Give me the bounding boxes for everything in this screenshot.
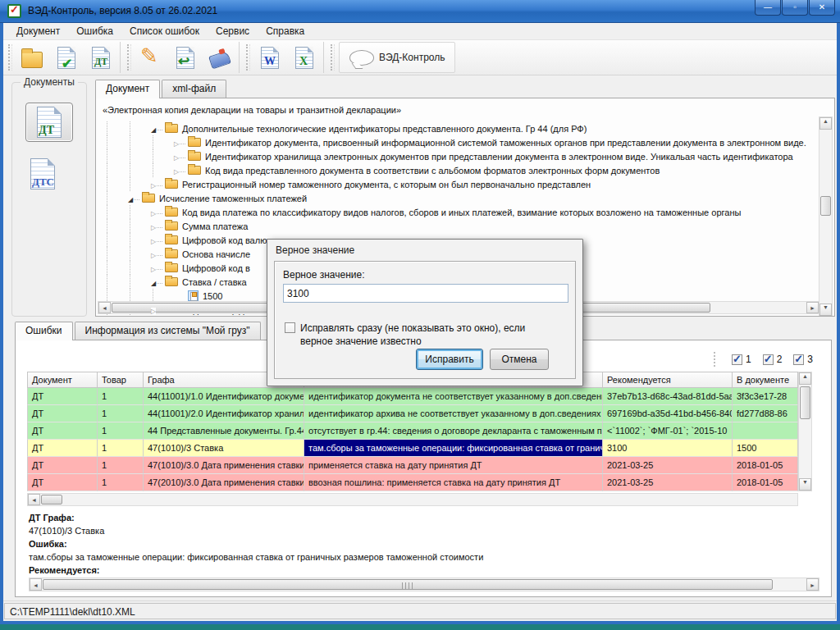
- tree-item[interactable]: ▷Регистрационный номер таможенного докум…: [96, 177, 810, 191]
- table-cell[interactable]: [733, 422, 798, 440]
- filter-checkbox-2[interactable]: 2: [763, 354, 783, 365]
- tree-item-label[interactable]: Код вида представленного документа в соо…: [205, 166, 660, 176]
- close-icon[interactable]: ✕: [809, 0, 835, 16]
- tree-item-label[interactable]: Регистрационный номер таможенного докуме…: [182, 180, 591, 189]
- table-cell[interactable]: 47(1010)/3 Ставка: [144, 440, 304, 457]
- column-header-1[interactable]: Товар: [98, 372, 144, 388]
- table-cell[interactable]: 1: [98, 405, 144, 422]
- column-header-5[interactable]: В документе: [733, 372, 798, 388]
- dt-doc-type-button[interactable]: ДТ: [25, 103, 73, 142]
- tree-item-label[interactable]: Ставка / ставка: [182, 277, 247, 287]
- table-cell[interactable]: идентификатор архива не соответствует ук…: [304, 405, 603, 422]
- table-cell[interactable]: применяется ставка на дату принятия ДТ: [304, 457, 603, 474]
- tree-item-label[interactable]: Идентификатор хранилища электронных доку…: [205, 152, 793, 162]
- export-excel-button[interactable]: X: [287, 42, 322, 73]
- table-cell[interactable]: 1: [98, 422, 144, 440]
- tab-document[interactable]: Документ: [95, 80, 160, 98]
- dts-doc-type-button[interactable]: ДТС: [30, 158, 55, 192]
- fix-button[interactable]: Исправить: [416, 349, 483, 370]
- filter-checkbox-1[interactable]: 1: [732, 354, 751, 365]
- table-cell[interactable]: 44(11001)/2.0 Идентификатор хранилища: [144, 405, 304, 422]
- menu-item-service[interactable]: Сервис: [208, 24, 258, 39]
- dt-document-button[interactable]: ДТ: [84, 42, 118, 73]
- table-cell[interactable]: 1: [98, 388, 144, 405]
- tab-my-cargo-info[interactable]: Информация из системы "Мой груз": [75, 322, 261, 340]
- edit-button[interactable]: [134, 42, 168, 73]
- menu-item-help[interactable]: Справка: [258, 24, 313, 39]
- checkbox-icon[interactable]: [763, 354, 774, 365]
- undo-button[interactable]: ↩: [168, 42, 203, 73]
- table-cell[interactable]: 44(11001)/1.0 Идентификатор документа: [144, 388, 304, 405]
- cancel-button[interactable]: Отмена: [490, 349, 549, 370]
- table-row[interactable]: ДТ144(11001)/2.0 Идентификатор хранилища…: [27, 405, 798, 422]
- menu-item-document[interactable]: Документ: [8, 24, 68, 39]
- tree-item-label[interactable]: Исчисление таможенных платежей: [159, 194, 307, 203]
- tree-item[interactable]: ▷Идентификатор хранилища электронных док…: [96, 149, 810, 163]
- menu-item-error-list[interactable]: Список ошибок: [121, 24, 208, 39]
- table-cell[interactable]: ДТ: [27, 405, 98, 422]
- table-cell[interactable]: ДТ: [27, 388, 98, 405]
- tree-item-label[interactable]: Идентификатор документа, присвоенный инф…: [205, 138, 806, 148]
- table-cell[interactable]: 2021-03-25: [603, 474, 733, 491]
- table-cell[interactable]: ДТ: [27, 457, 98, 474]
- tree-item[interactable]: ◢Дополнительные технологические идентифи…: [96, 121, 810, 135]
- filter-checkbox-3[interactable]: 3: [793, 354, 813, 365]
- table-cell[interactable]: отсутствует в гр.44: сведения о договоре…: [304, 422, 603, 440]
- tree-item[interactable]: ▷Код вида представленного документа в со…: [96, 163, 810, 177]
- table-cell[interactable]: 1: [98, 474, 144, 491]
- table-cell[interactable]: 2018-01-05: [733, 457, 798, 474]
- tree-item-label[interactable]: 1500: [203, 291, 222, 301]
- minimize-icon[interactable]: —: [755, 0, 781, 16]
- export-word-button[interactable]: W: [253, 42, 287, 73]
- table-row[interactable]: ДТ147(1010)/3.0 Дата применения ставки т…: [27, 457, 798, 474]
- open-document-button[interactable]: [15, 42, 49, 73]
- table-cell[interactable]: <`11002`; `ФМГ-01`; `2015-10: [603, 422, 733, 440]
- tab-errors[interactable]: Ошибки: [15, 322, 73, 340]
- tree-item[interactable]: ◢Исчисление таможенных платежей: [96, 191, 810, 205]
- table-cell[interactable]: 2021-03-25: [603, 457, 733, 474]
- table-cell[interactable]: ДТ: [27, 474, 98, 491]
- menu-item-error[interactable]: Ошибка: [68, 24, 121, 39]
- checkbox-icon[interactable]: [732, 354, 742, 365]
- table-cell[interactable]: 1: [98, 457, 144, 474]
- correct-value-input[interactable]: [283, 284, 568, 303]
- ved-kontrol-button[interactable]: ВЭД-Контроль: [339, 42, 455, 73]
- checkbox-icon[interactable]: [793, 354, 804, 365]
- table-cell[interactable]: 47(1010)/3.0 Дата применения ставки там: [144, 457, 304, 474]
- check-document-button[interactable]: ✔: [49, 42, 84, 73]
- erase-button[interactable]: [203, 42, 237, 73]
- table-row[interactable]: ДТ147(2010)/3.0 Дата применения ставки т…: [27, 474, 798, 491]
- table-cell[interactable]: там.сборы за таможенные операции: фиксир…: [304, 440, 603, 457]
- table-cell[interactable]: 3100: [603, 440, 733, 457]
- table-cell[interactable]: ДТ: [27, 422, 98, 440]
- bottom-horizontal-scrollbar[interactable]: ◄ ►: [29, 578, 819, 591]
- table-cell[interactable]: 2018-01-05: [733, 474, 798, 491]
- table-cell[interactable]: 1: [98, 440, 144, 457]
- tree-item[interactable]: ▷Сумма платежа: [96, 219, 810, 233]
- table-cell[interactable]: 47(2010)/3.0 Дата применения ставки там: [144, 474, 304, 491]
- tree-item-label[interactable]: Код вида платежа по классификатору видов…: [182, 208, 741, 217]
- table-row[interactable]: ДТ144(11001)/1.0 Идентификатор документа…: [27, 388, 798, 405]
- table-row[interactable]: ДТ144 Представленные документы. Гр.44отс…: [27, 422, 798, 440]
- column-header-4[interactable]: Рекомендуется: [603, 372, 733, 388]
- table-cell[interactable]: fd277d88-86: [733, 405, 798, 422]
- table-cell[interactable]: 3f3c3e17-28: [733, 388, 798, 405]
- tree-vertical-scrollbar[interactable]: ▲ ▼: [819, 116, 833, 317]
- tree-item-label[interactable]: Основа начисле: [182, 249, 250, 259]
- column-header-0[interactable]: Документ: [27, 372, 98, 388]
- table-cell[interactable]: 44 Представленные документы. Гр.44: [144, 422, 304, 440]
- table-cell[interactable]: 1500: [733, 440, 798, 457]
- tree-item-label[interactable]: Цифровой код в: [182, 263, 250, 273]
- fix-immediately-checkbox[interactable]: [285, 322, 295, 333]
- table-cell[interactable]: ввозная пошлина: применяется ставка на д…: [304, 474, 603, 491]
- table-row[interactable]: ДТ147(1010)/3 Ставкатам.сборы за таможен…: [27, 440, 798, 457]
- tree-item-label[interactable]: Сумма платежа: [182, 221, 248, 231]
- tab-xml-file[interactable]: xml-файл: [162, 80, 226, 98]
- table-cell[interactable]: 697169bd-a35d-41bd-b456-8408: [603, 405, 733, 422]
- maximize-icon[interactable]: ▫: [782, 0, 808, 16]
- tree-item[interactable]: ▷Идентификатор документа, присвоенный ин…: [96, 135, 810, 149]
- tree-item[interactable]: ▷Код вида платежа по классификатору видо…: [96, 205, 810, 219]
- table-cell[interactable]: ДТ: [27, 440, 98, 457]
- table-cell[interactable]: 37eb7b13-d68c-43ad-81dd-5aa6: [603, 388, 733, 405]
- table-horizontal-scrollbar[interactable]: ◄: [27, 493, 798, 506]
